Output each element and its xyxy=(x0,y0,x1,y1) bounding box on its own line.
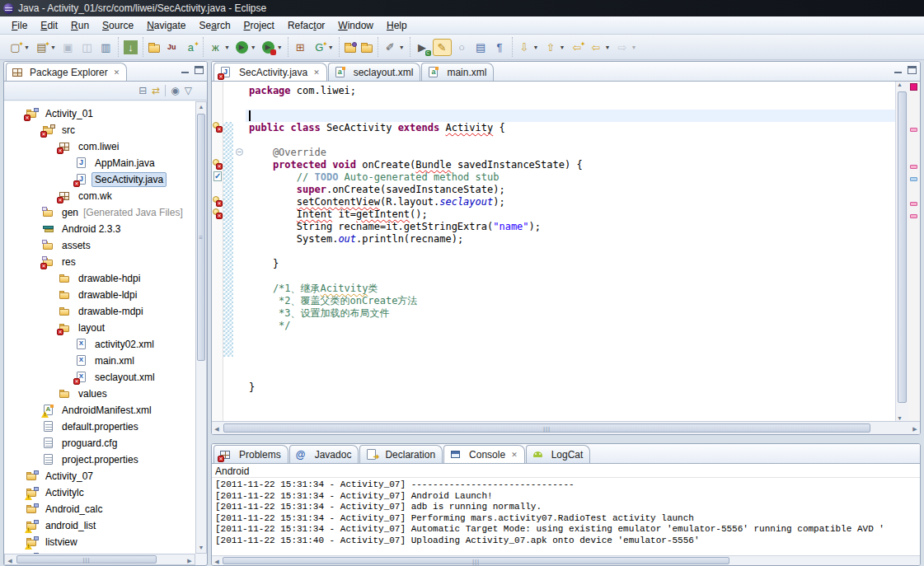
forward-button[interactable]: ⇨▼ xyxy=(613,40,638,55)
toggle-breadcrumb-button[interactable]: ▶C xyxy=(414,40,431,55)
menu-edit[interactable]: Edit xyxy=(34,17,64,34)
last-edit-location-button[interactable]: ⇦✦ xyxy=(568,40,585,55)
close-tab-icon[interactable]: ✕ xyxy=(313,68,320,77)
console-output[interactable]: [2011-11-22 15:31:34 - Activity_07] ----… xyxy=(212,478,920,555)
collapse-all-button[interactable]: ⊟ xyxy=(138,85,147,96)
editor-tab-seclayout-xml[interactable]: aseclayout.xml xyxy=(328,63,421,81)
new-java-element-button[interactable]: ▤✦▼ xyxy=(33,40,58,55)
tree-item-activity02-xml[interactable]: Xactivity02.xml xyxy=(4,336,195,353)
console-horizontal-scrollbar[interactable]: ◀ ||| xyxy=(212,555,920,565)
tree-item-default-properties[interactable]: default.properties xyxy=(4,419,195,435)
menu-help[interactable]: Help xyxy=(380,17,414,34)
editor-tab-secactivity-java[interactable]: J✕SecActivity.java✕ xyxy=(213,63,327,81)
next-annotation-button[interactable]: ⇩▼ xyxy=(516,40,541,55)
focus-task-button[interactable]: ◉ xyxy=(171,85,179,96)
overview-task-marker[interactable] xyxy=(910,177,917,181)
overview-error-marker[interactable] xyxy=(910,165,917,169)
import-folder-button[interactable] xyxy=(343,41,358,54)
show-whitespace-toggle[interactable]: ¶ xyxy=(491,40,509,55)
editor-vertical-scrollbar[interactable]: ▲ ▼ xyxy=(895,82,908,421)
minimize-editor-button[interactable] xyxy=(894,66,903,74)
tree-hscroll-thumb[interactable]: ||| xyxy=(16,555,157,564)
menu-search[interactable]: Search xyxy=(193,17,237,34)
search-button[interactable]: ✐▼ xyxy=(382,40,406,55)
close-view-icon[interactable]: ✕ xyxy=(114,68,120,77)
package-explorer-tab[interactable]: Package Explorer ✕ xyxy=(6,63,127,81)
minimize-view-button[interactable] xyxy=(181,66,190,74)
open-folder-button[interactable] xyxy=(359,41,374,54)
code-editor[interactable]: ✕✕✓✕✕ − package com.liwei;public class S… xyxy=(212,82,920,434)
code-text[interactable]: package com.liwei;public class SecActivi… xyxy=(246,82,895,421)
overview-error-marker[interactable] xyxy=(910,214,917,218)
tree-vertical-scrollbar[interactable]: ▲ ≡ ▼ xyxy=(195,101,207,554)
editor-horizontal-scrollbar[interactable]: ◀ ||| ▶ xyxy=(212,421,920,434)
tree-item-android-calc[interactable]: Android_calc xyxy=(4,501,195,517)
editor-tab-main-xml[interactable]: amain.xml xyxy=(421,63,494,81)
back-button[interactable]: ⇦▼ xyxy=(587,40,612,55)
menu-refactor[interactable]: Refactor xyxy=(281,17,331,34)
console-tab-logcat[interactable]: LogCat xyxy=(526,445,591,463)
tree-item-com-liwei[interactable]: ✕com.liwei xyxy=(4,138,195,155)
tree-item-appmain-java[interactable]: JAppMain.java xyxy=(4,155,195,171)
tree-item-activitylc[interactable]: !Activitylc xyxy=(4,484,195,501)
task-marker-icon[interactable]: ✓ xyxy=(213,171,223,182)
toggle-segment-button[interactable]: ○ xyxy=(453,40,471,55)
overview-error-marker[interactable] xyxy=(910,128,917,132)
save-button[interactable]: ▣ xyxy=(59,40,77,55)
run-button[interactable]: ▶▼ xyxy=(233,40,258,55)
fold-collapse-icon[interactable]: − xyxy=(236,148,243,156)
mark-occurrences-toggle[interactable]: ✎ xyxy=(433,39,452,56)
error-marker-icon[interactable]: ✕ xyxy=(213,122,223,133)
console-tab-javadoc[interactable]: @Javadoc xyxy=(289,445,359,463)
tree-item-seclayout-xml[interactable]: X✕seclayout.xml xyxy=(4,369,195,386)
new-android-xml-button[interactable]: a✦ xyxy=(182,40,199,55)
tree-item-activity-07[interactable]: Activity_07 xyxy=(4,468,195,484)
tree-item-assets[interactable]: assets xyxy=(4,237,195,254)
menu-window[interactable]: Window xyxy=(331,17,380,34)
menu-source[interactable]: Source xyxy=(96,17,140,34)
annotation-ruler[interactable]: ✕✕✓✕✕ xyxy=(212,82,223,421)
editor-vscroll-thumb[interactable] xyxy=(898,91,907,403)
grid-perspective-button[interactable]: ⊞ xyxy=(292,40,309,55)
maximize-editor-button[interactable] xyxy=(908,66,917,74)
previous-annotation-button[interactable]: ⇧▼ xyxy=(542,40,567,55)
tree-item-values[interactable]: values xyxy=(4,386,195,402)
tree-item-layout[interactable]: ✕layout xyxy=(4,320,195,336)
tree-item-activity-01[interactable]: ✕Activity_01 xyxy=(4,105,195,122)
tree-item-main-xml[interactable]: Xmain.xml xyxy=(4,353,195,369)
error-marker-icon[interactable]: ✕ xyxy=(213,208,223,219)
menu-project[interactable]: Project xyxy=(237,17,281,34)
console-hscroll-thumb[interactable]: ||| xyxy=(223,557,729,564)
console-tab-problems[interactable]: ✕Problems xyxy=(213,445,288,463)
error-marker-icon[interactable]: ✕ xyxy=(213,159,223,170)
new-junit-test-button[interactable]: Ju xyxy=(163,40,181,55)
editor-hscroll-thumb[interactable]: ||| xyxy=(223,423,870,433)
tree-item-androidmanifest-xml[interactable]: A!AndroidManifest.xml xyxy=(4,402,195,419)
tree-vscroll-thumb[interactable]: ≡ xyxy=(197,114,205,361)
overview-error-marker[interactable] xyxy=(910,202,917,206)
new-wizard-button[interactable]: ▢✦▼ xyxy=(7,40,31,55)
tree-horizontal-scrollbar[interactable]: ◀ ||| ▶ xyxy=(4,554,195,565)
overview-ruler[interactable] xyxy=(908,82,920,421)
menu-run[interactable]: Run xyxy=(64,17,96,34)
tree-item-gen[interactable]: gen [Generated Java Files] xyxy=(4,204,195,221)
android-sdk-manager-button[interactable]: ↓ xyxy=(122,40,139,55)
maximize-view-button[interactable] xyxy=(195,66,204,74)
tree-item-proguard-cfg[interactable]: proguard.cfg xyxy=(4,435,195,451)
tree-item-android-2-3-3[interactable]: Android 2.3.3 xyxy=(4,221,195,237)
close-tab-icon[interactable]: ✕ xyxy=(511,451,518,459)
folding-ruler[interactable]: − xyxy=(233,82,246,421)
view-menu-button[interactable]: ▽ xyxy=(185,85,192,96)
menu-file[interactable]: File xyxy=(5,17,34,34)
tree-item-project-properties[interactable]: project.properties xyxy=(4,451,195,468)
new-android-project-button[interactable] xyxy=(147,41,162,54)
tree-item-com-wk[interactable]: ✕com.wk xyxy=(4,188,195,204)
save-all-button[interactable]: ◫ xyxy=(78,40,96,55)
tree-item-drawable-ldpi[interactable]: drawable-ldpi xyxy=(4,287,195,303)
tree-item-drawable-hdpi[interactable]: drawable-hdpi xyxy=(4,270,195,287)
error-marker-icon[interactable]: ✕ xyxy=(213,196,223,207)
show-source-button[interactable]: ▤ xyxy=(472,40,490,55)
tree-item-drawable-mdpi[interactable]: drawable-mdpi xyxy=(4,303,195,320)
debug-button[interactable]: ж▼ xyxy=(207,40,232,55)
console-tab-console[interactable]: Console✕ xyxy=(443,445,525,463)
